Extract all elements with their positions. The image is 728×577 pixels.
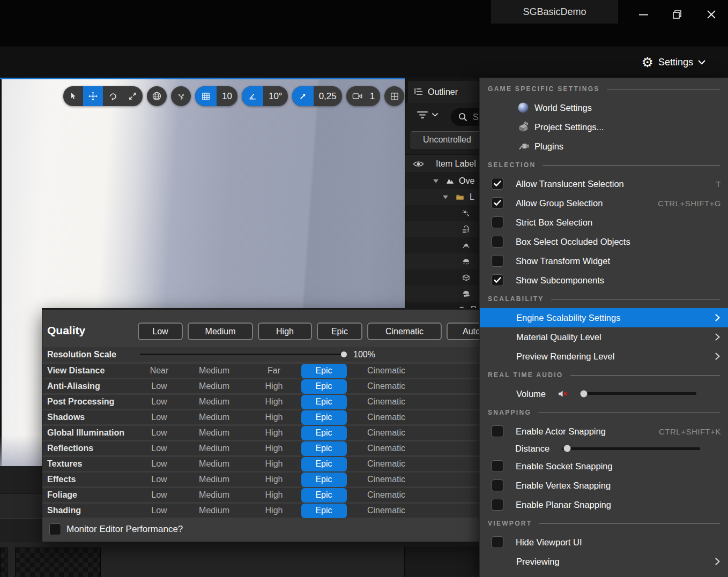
quality-option-post-processing-epic[interactable]: Epic bbox=[300, 395, 347, 409]
grid-snap-toggle[interactable] bbox=[195, 86, 217, 106]
quality-option-foliage-epic[interactable]: Epic bbox=[300, 488, 347, 502]
asset-thumbnail[interactable] bbox=[0, 548, 8, 577]
quality-option-post-processing-low[interactable]: Low bbox=[138, 395, 181, 409]
quality-option-anti-aliasing-medium[interactable]: Medium bbox=[181, 379, 248, 393]
checkbox[interactable] bbox=[492, 236, 503, 248]
quality-option-shadows-low[interactable]: Low bbox=[138, 410, 181, 424]
checkbox[interactable] bbox=[492, 216, 503, 228]
quality-option-global-illumination-low[interactable]: Low bbox=[138, 426, 181, 440]
menu-item-preview-rendering-level[interactable]: Preview Rendering Level bbox=[480, 347, 728, 366]
quality-option-foliage-high[interactable]: High bbox=[248, 488, 300, 502]
quality-option-textures-medium[interactable]: Medium bbox=[181, 457, 248, 471]
selected-quality-button[interactable]: Epic bbox=[301, 457, 347, 471]
menu-item-show-transform-widget[interactable]: Show Transform Widget bbox=[480, 251, 728, 271]
menu-item-allow-group-selection[interactable]: Allow Group SelectionCTRL+SHIFT+G bbox=[480, 193, 728, 213]
checkbox[interactable] bbox=[492, 479, 503, 491]
quality-option-post-processing-high[interactable]: High bbox=[248, 395, 300, 409]
quality-option-reflections-medium[interactable]: Medium bbox=[181, 441, 248, 455]
select-tool-button[interactable] bbox=[63, 86, 83, 106]
menu-item-enable-actor-snapping[interactable]: Enable Actor SnappingCTRL+SHIFT+K bbox=[480, 422, 728, 441]
camera-speed-button[interactable] bbox=[346, 86, 369, 106]
monitor-performance-row[interactable]: Monitor Editor Performance? bbox=[49, 522, 183, 536]
settings-button[interactable]: ⚙ Settings bbox=[642, 47, 705, 78]
preset-button-cinematic[interactable]: Cinematic bbox=[367, 323, 442, 340]
checkbox[interactable] bbox=[49, 523, 61, 535]
scale-tool-button[interactable] bbox=[123, 86, 143, 106]
eye-icon[interactable] bbox=[413, 160, 424, 168]
rotate-tool-button[interactable] bbox=[103, 86, 123, 106]
checkbox[interactable] bbox=[492, 274, 503, 286]
world-local-coordinate-button[interactable] bbox=[147, 86, 167, 106]
menu-item-volume[interactable]: Volume bbox=[480, 384, 728, 403]
selected-quality-button[interactable]: Epic bbox=[301, 504, 347, 518]
selected-quality-button[interactable]: Epic bbox=[301, 364, 347, 378]
quality-option-effects-medium[interactable]: Medium bbox=[181, 473, 248, 486]
quality-option-shadows-epic[interactable]: Epic bbox=[300, 410, 347, 424]
asset-view-pane[interactable] bbox=[404, 546, 481, 577]
resolution-scale-slider-handle[interactable] bbox=[341, 351, 347, 357]
quality-option-foliage-medium[interactable]: Medium bbox=[181, 488, 248, 502]
quality-option-reflections-cinematic[interactable]: Cinematic bbox=[347, 441, 425, 455]
menu-item-world-settings[interactable]: World Settings bbox=[480, 98, 728, 117]
expander-arrow-icon[interactable] bbox=[433, 179, 439, 183]
quality-option-textures-high[interactable]: High bbox=[248, 457, 300, 471]
preset-button-low[interactable]: Low bbox=[138, 323, 183, 340]
menu-item-enable-planar-snapping[interactable]: Enable Planar Snapping bbox=[480, 495, 728, 514]
quality-option-foliage-cinematic[interactable]: Cinematic bbox=[347, 488, 425, 502]
outliner-filter-button[interactable] bbox=[417, 111, 438, 119]
preset-button-high[interactable]: High bbox=[258, 323, 312, 340]
quality-option-view-distance-cinematic[interactable]: Cinematic bbox=[347, 364, 425, 378]
menu-item-hide-viewport-ui[interactable]: Hide Viewport UI bbox=[480, 533, 728, 552]
quality-option-view-distance-epic[interactable]: Epic bbox=[300, 364, 347, 378]
checkbox[interactable] bbox=[492, 178, 503, 190]
quality-option-textures-cinematic[interactable]: Cinematic bbox=[347, 457, 425, 471]
quality-option-global-illumination-high[interactable]: High bbox=[248, 426, 300, 440]
minimize-button[interactable] bbox=[635, 7, 652, 22]
close-button[interactable] bbox=[703, 7, 720, 22]
quality-option-effects-low[interactable]: Low bbox=[138, 473, 181, 486]
quality-option-shading-low[interactable]: Low bbox=[138, 504, 181, 518]
quality-option-global-illumination-cinematic[interactable]: Cinematic bbox=[347, 426, 425, 440]
selected-quality-button[interactable]: Epic bbox=[301, 441, 347, 456]
menu-item-plugins[interactable]: Plugins bbox=[480, 137, 728, 156]
quality-option-effects-high[interactable]: High bbox=[248, 473, 300, 486]
quality-option-shading-epic[interactable]: Epic bbox=[300, 504, 347, 518]
volume-slider[interactable] bbox=[581, 392, 696, 395]
menu-item-previewing[interactable]: Previewing bbox=[480, 552, 728, 571]
maximize-viewport-button[interactable] bbox=[384, 86, 404, 106]
selected-quality-button[interactable]: Epic bbox=[301, 426, 347, 440]
quality-option-shadows-cinematic[interactable]: Cinematic bbox=[347, 410, 425, 424]
quality-option-shading-medium[interactable]: Medium bbox=[181, 504, 248, 518]
quality-option-post-processing-cinematic[interactable]: Cinematic bbox=[347, 395, 425, 409]
quality-option-foliage-low[interactable]: Low bbox=[138, 488, 181, 502]
quality-option-view-distance-far[interactable]: Far bbox=[248, 364, 300, 378]
rotation-snap-toggle[interactable] bbox=[242, 86, 263, 106]
asset-thumbnail[interactable] bbox=[15, 548, 101, 577]
menu-item-material-quality-level[interactable]: Material Quality Level bbox=[480, 327, 728, 347]
quality-option-global-illumination-epic[interactable]: Epic bbox=[300, 426, 347, 440]
checkbox[interactable] bbox=[492, 255, 503, 267]
menu-item-enable-vertex-snapping[interactable]: Enable Vertex Snapping bbox=[480, 476, 728, 495]
quality-option-effects-epic[interactable]: Epic bbox=[300, 473, 347, 486]
selected-quality-button[interactable]: Epic bbox=[301, 410, 347, 425]
slider-handle[interactable] bbox=[564, 445, 571, 452]
move-tool-button[interactable] bbox=[83, 86, 103, 106]
checkbox[interactable] bbox=[492, 536, 503, 548]
checkbox[interactable] bbox=[492, 499, 503, 511]
checkbox[interactable] bbox=[492, 460, 503, 472]
quality-option-shading-cinematic[interactable]: Cinematic bbox=[347, 504, 425, 518]
quality-option-view-distance-near[interactable]: Near bbox=[138, 364, 181, 378]
restore-button[interactable] bbox=[668, 7, 686, 22]
menu-item-enable-socket-snapping[interactable]: Enable Socket Snapping bbox=[480, 456, 728, 476]
scale-snap-value[interactable]: 0,25 bbox=[314, 86, 342, 106]
quality-option-global-illumination-medium[interactable]: Medium bbox=[181, 426, 248, 440]
quality-option-post-processing-medium[interactable]: Medium bbox=[181, 395, 248, 409]
resolution-scale-slider[interactable] bbox=[140, 354, 346, 355]
expander-arrow-icon[interactable] bbox=[443, 196, 448, 199]
menu-item-distance[interactable]: Distance bbox=[480, 441, 728, 456]
preset-button-epic[interactable]: Epic bbox=[317, 323, 362, 340]
quality-option-textures-low[interactable]: Low bbox=[138, 457, 181, 471]
grid-snap-value[interactable]: 10 bbox=[217, 86, 237, 106]
quality-option-reflections-high[interactable]: High bbox=[248, 441, 300, 455]
selected-quality-button[interactable]: Epic bbox=[301, 488, 347, 503]
